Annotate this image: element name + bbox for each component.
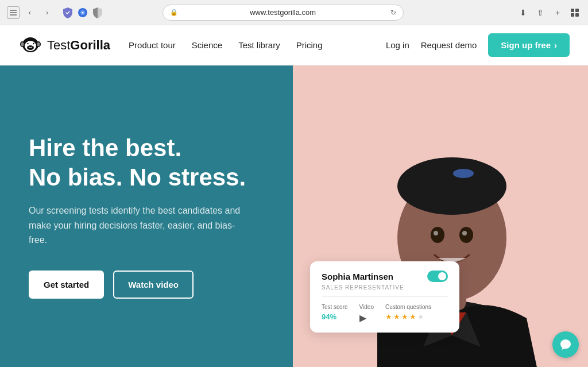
svg-point-5 bbox=[82, 11, 84, 13]
login-button[interactable]: Log in bbox=[386, 40, 409, 50]
download-button[interactable]: ⬇ bbox=[517, 6, 529, 19]
hero-left: Hire the best. No bias. No stress. Our s… bbox=[0, 65, 293, 367]
svg-point-28 bbox=[453, 169, 474, 178]
half-shield-icon bbox=[92, 7, 103, 18]
star-1: ★ bbox=[385, 312, 392, 321]
nav-links: Product tour Science Test library Pricin… bbox=[129, 40, 386, 50]
browser-actions: ⬇ ⇧ + bbox=[517, 6, 581, 19]
url-text: www.testgorilla.com bbox=[181, 8, 385, 17]
svg-point-20 bbox=[21, 42, 24, 46]
svg-rect-6 bbox=[571, 9, 574, 12]
gorilla-logo-icon bbox=[18, 33, 42, 57]
svg-point-31 bbox=[434, 231, 438, 235]
hero-headline: Hire the best. No bias. No stress. bbox=[29, 134, 264, 192]
custom-questions-metric: Custom questions ★ ★ ★ ★ ★ bbox=[385, 304, 431, 323]
svg-rect-9 bbox=[575, 13, 579, 17]
address-bar[interactable]: 🔒 www.testgorilla.com ↻ bbox=[163, 5, 404, 21]
hero-section: Hire the best. No bias. No stress. Our s… bbox=[0, 65, 588, 367]
card-header: Sophia Martinsen bbox=[322, 271, 448, 282]
new-tab-button[interactable]: + bbox=[551, 6, 564, 19]
svg-rect-8 bbox=[571, 13, 574, 17]
video-play-icon[interactable]: ▶ bbox=[359, 312, 374, 323]
svg-point-16 bbox=[27, 43, 28, 44]
chat-button[interactable] bbox=[552, 331, 579, 358]
shield-icon bbox=[62, 7, 74, 18]
forward-button[interactable]: › bbox=[40, 6, 54, 20]
sidebar-toggle-btn[interactable] bbox=[7, 6, 20, 19]
nav-science[interactable]: Science bbox=[192, 40, 222, 50]
site-nav: TestGorilla Product tour Science Test li… bbox=[0, 25, 588, 65]
request-demo-button[interactable]: Request demo bbox=[421, 40, 477, 50]
svg-rect-7 bbox=[575, 9, 579, 12]
firefox-icon bbox=[77, 7, 88, 18]
video-label: Video bbox=[359, 304, 374, 310]
star-5: ★ bbox=[417, 312, 424, 321]
test-score-metric: Test score 94% bbox=[322, 304, 348, 323]
logo[interactable]: TestGorilla bbox=[18, 33, 110, 57]
star-2: ★ bbox=[393, 312, 400, 321]
nav-pricing[interactable]: Pricing bbox=[296, 40, 323, 50]
svg-point-17 bbox=[33, 43, 34, 44]
svg-point-29 bbox=[431, 227, 444, 243]
logo-text: TestGorilla bbox=[47, 38, 110, 53]
custom-questions-label: Custom questions bbox=[385, 304, 431, 310]
site-wrapper: TestGorilla Product tour Science Test li… bbox=[0, 25, 588, 367]
svg-rect-1 bbox=[10, 12, 17, 13]
star-rating: ★ ★ ★ ★ ★ bbox=[385, 312, 431, 321]
signup-button[interactable]: Sign up free › bbox=[488, 33, 570, 57]
lock-icon: 🔒 bbox=[170, 9, 178, 16]
svg-point-21 bbox=[37, 42, 40, 46]
video-metric: Video ▶ bbox=[359, 304, 374, 323]
card-metrics: Test score 94% Video ▶ Custom questions … bbox=[322, 304, 448, 323]
watch-video-button[interactable]: Watch video bbox=[113, 271, 194, 299]
get-started-button[interactable]: Get started bbox=[29, 271, 104, 299]
candidate-toggle[interactable] bbox=[427, 271, 448, 282]
nav-right: Log in Request demo Sign up free › bbox=[386, 33, 570, 57]
svg-point-30 bbox=[459, 227, 473, 243]
hero-buttons: Get started Watch video bbox=[29, 271, 264, 299]
svg-point-32 bbox=[462, 231, 467, 235]
test-score-label: Test score bbox=[322, 304, 348, 310]
share-button[interactable]: ⇧ bbox=[534, 6, 547, 19]
reload-icon[interactable]: ↻ bbox=[390, 9, 396, 17]
security-icons bbox=[62, 7, 103, 18]
hero-right: Sophia Martinsen SALES REPRESENTATIVE Te… bbox=[293, 65, 588, 367]
star-3: ★ bbox=[401, 312, 408, 321]
grid-button[interactable] bbox=[568, 6, 581, 19]
nav-product-tour[interactable]: Product tour bbox=[129, 40, 176, 50]
browser-chrome: ‹ › 🔒 www.testgorilla.com ↻ bbox=[0, 0, 588, 25]
svg-rect-2 bbox=[10, 14, 17, 16]
card-divider bbox=[322, 296, 448, 297]
candidate-role: SALES REPRESENTATIVE bbox=[322, 284, 448, 291]
browser-buttons: ‹ › bbox=[7, 6, 54, 20]
hero-subtext: Our screening tests identify the best ca… bbox=[29, 203, 247, 248]
candidate-card: Sophia Martinsen SALES REPRESENTATIVE Te… bbox=[310, 261, 459, 333]
test-score-value: 94% bbox=[322, 312, 348, 321]
back-button[interactable]: ‹ bbox=[23, 6, 37, 20]
nav-test-library[interactable]: Test library bbox=[238, 40, 280, 50]
svg-rect-0 bbox=[10, 10, 17, 11]
candidate-name: Sophia Martinsen bbox=[322, 272, 393, 281]
star-4: ★ bbox=[409, 312, 416, 321]
